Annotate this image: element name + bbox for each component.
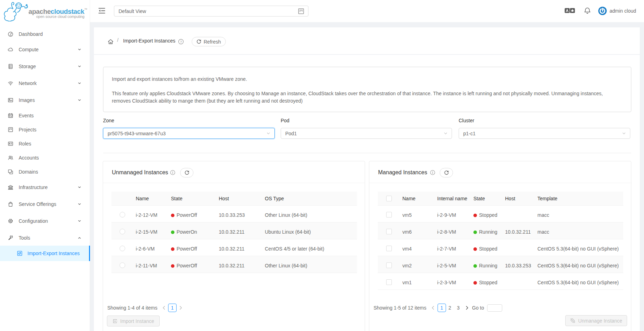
svg-text:?: ? bbox=[180, 40, 182, 44]
